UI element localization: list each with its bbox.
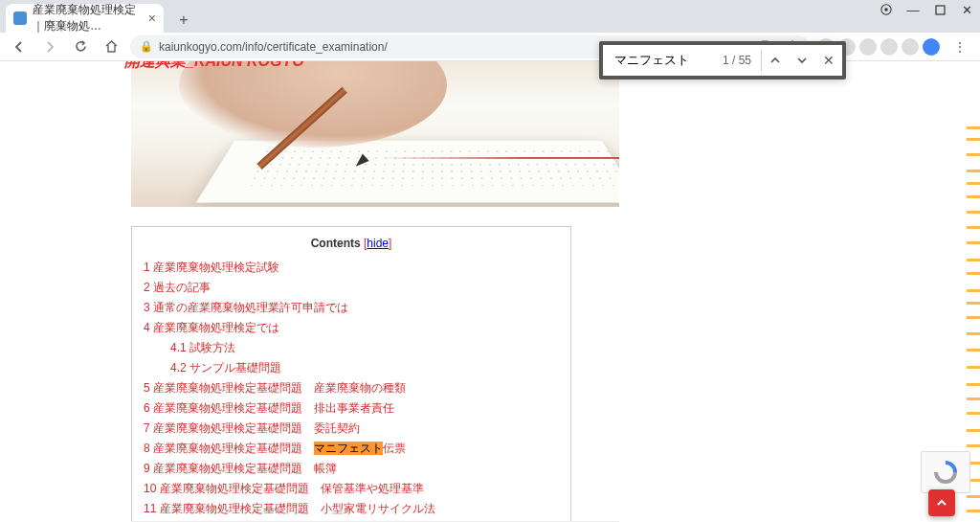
toc-link[interactable]: 3 通常の産業廃棄物処理業許可申請では [144,301,348,314]
minimap-match-marker[interactable] [967,349,980,352]
tab-title: 産業廃棄物処理検定｜廃棄物処… [33,2,143,34]
find-highlight: マニフェスト [314,442,383,455]
minimap-match-marker[interactable] [967,495,980,498]
toc-item: 10 産業廃棄物処理検定基礎問題 保管基準や処理基準 [144,479,559,499]
hero-image [131,61,619,207]
minimap-match-marker[interactable] [967,510,980,512]
find-next-button[interactable] [789,47,815,74]
tab-strip: 産業廃棄物処理検定｜廃棄物処… × + [0,0,980,33]
incognito-icon [880,4,892,15]
minimap-match-marker[interactable] [967,412,980,415]
scroll-to-top-button[interactable] [928,489,955,516]
toc-link[interactable]: 9 産業廃棄物処理検定基礎問題 帳簿 [144,462,337,475]
minimap-match-marker[interactable] [967,211,980,214]
toc-item: 4.2 サンプル基礎問題 [144,358,559,378]
toc-link[interactable]: 2 過去の記事 [144,281,211,294]
toc-item: 1 産業廃棄物処理検定試験 [144,258,559,278]
new-tab-button[interactable]: + [171,8,196,33]
svg-rect-2 [936,6,945,14]
minimap-match-marker[interactable] [967,302,980,305]
find-in-page-bar: 1 / 55 ✕ [599,41,846,79]
toc-link[interactable]: 7 産業廃棄物処理検定基礎問題 委託契約 [144,421,360,435]
toc-item: 3 通常の産業廃棄物処理業許可申請では [144,298,559,318]
minimap-match-marker[interactable] [967,444,980,447]
extension-icon-5[interactable] [902,38,919,56]
minimap-match-marker[interactable] [967,153,980,156]
toc-item: 9 産業廃棄物処理検定基礎問題 帳簿 [144,459,559,479]
back-button[interactable] [8,35,31,58]
find-prev-button[interactable] [762,47,789,74]
toc-link[interactable]: 6 産業廃棄物処理検定基礎問題 排出事業者責任 [144,401,394,415]
toc-item: 8 産業廃棄物処理検定基礎問題 マニフェスト伝票 [144,439,559,459]
toc-link[interactable]: 11 産業廃棄物処理検定基礎問題 小型家電リサイクル法 [144,502,435,515]
minimap-match-marker[interactable] [967,316,980,319]
minimap-match-marker[interactable] [967,170,980,172]
extension-icon-4[interactable] [880,38,898,56]
extension-icon-6[interactable] [923,38,940,56]
recaptcha-badge[interactable] [921,451,970,493]
toc-list: 1 産業廃棄物処理検定試験2 過去の記事3 通常の産業廃棄物処理業許可申請では4… [144,258,559,522]
toc-item: 4.1 試験方法 [144,338,559,358]
table-of-contents: Contents [hide] 1 産業廃棄物処理検定試験2 過去の記事3 通常… [131,226,571,522]
minimap-match-marker[interactable] [967,126,980,129]
maximize-button[interactable] [934,4,946,15]
toc-item: 11 産業廃棄物処理検定基礎問題 小型家電リサイクル法 [144,499,559,519]
minimap-match-marker[interactable] [967,332,980,335]
toc-link[interactable]: 10 産業廃棄物処理検定基礎問題 保管基準や処理基準 [144,482,424,495]
minimap-match-marker[interactable] [967,226,980,229]
forward-button[interactable] [38,35,61,58]
extension-icon-3[interactable] [859,38,877,56]
toc-link[interactable]: 4 産業廃棄物処理検定では [144,321,279,334]
reload-button[interactable] [69,35,92,58]
toc-title-label: Contents [311,237,361,250]
toc-link[interactable]: 4.2 サンプル基礎問題 [170,361,281,374]
find-close-button[interactable]: ✕ [815,47,842,74]
browser-menu-button[interactable]: ⋮ [947,39,972,55]
toc-link[interactable]: 8 産業廃棄物処理検定基礎問題 マニフェスト伝票 [144,442,406,455]
window-controls: — ✕ [880,4,972,15]
page-viewport: 開運興業_KAIUN KOGYO act Contents [hide] 1 産… [0,61,980,522]
svg-point-1 [884,8,887,11]
url-text: kaiunkogyo.com/info/certificate_examinat… [159,40,388,54]
site-brand[interactable]: 開運興業_KAIUN KOGYO [124,61,304,72]
toc-item: 7 産業廃棄物処理検定基礎問題 委託契約 [144,419,559,439]
find-match-count: 1 / 55 [713,54,761,67]
tab-favicon [13,11,27,25]
toc-title: Contents [hide] [144,237,559,250]
toc-item: 4 産業廃棄物処理検定では [144,318,559,338]
find-input[interactable] [603,54,713,68]
toc-link[interactable]: 1 産業廃棄物処理検定試験 [144,261,279,274]
toc-item: 6 産業廃棄物処理検定基礎問題 排出事業者責任 [144,398,559,419]
home-button[interactable] [100,35,122,58]
minimap-match-marker[interactable] [967,241,980,244]
minimap-match-marker[interactable] [967,272,980,275]
minimap-match-marker[interactable] [967,383,980,386]
minimap-match-marker[interactable] [967,366,980,369]
minimap-match-marker[interactable] [967,182,980,185]
toc-hide-link[interactable]: hide [367,237,389,250]
minimap-match-marker[interactable] [967,138,980,141]
toc-item: 2 過去の記事 [144,278,559,298]
minimize-button[interactable]: — [907,4,919,15]
lock-icon: 🔒 [140,40,153,53]
browser-tab[interactable]: 産業廃棄物処理検定｜廃棄物処… × [6,4,164,33]
minimap-match-marker[interactable] [967,259,980,261]
toc-item: 5 産業廃棄物処理検定基礎問題 産業廃棄物の種類 [144,378,559,398]
toc-link[interactable]: 5 産業廃棄物処理検定基礎問題 産業廃棄物の種類 [144,381,406,395]
toc-link[interactable]: 4.1 試験方法 [170,341,235,354]
close-tab-icon[interactable]: × [148,11,156,26]
minimap-match-marker[interactable] [967,397,980,400]
minimap-match-marker[interactable] [967,429,980,432]
minimap-match-marker[interactable] [967,195,980,198]
close-window-button[interactable]: ✕ [961,4,972,15]
minimap-match-marker[interactable] [967,289,980,292]
